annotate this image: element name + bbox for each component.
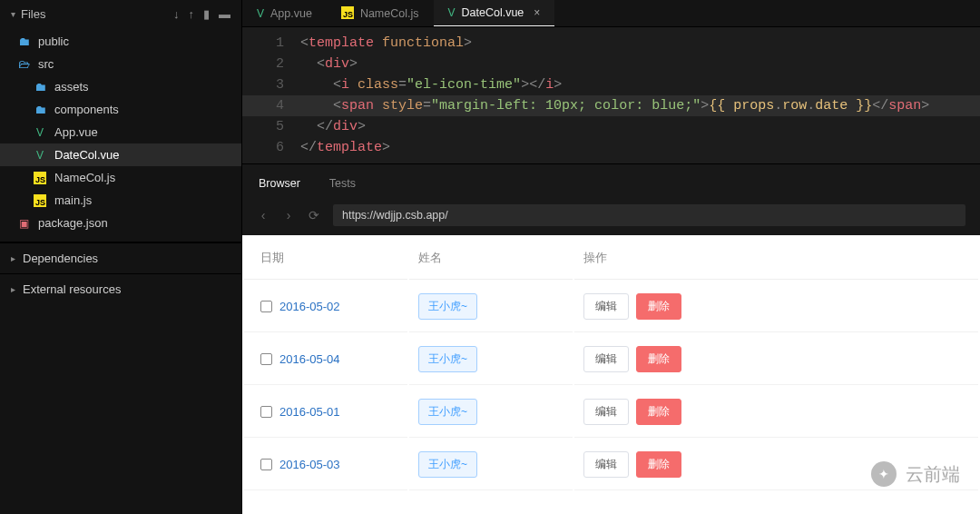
tree-item-DateCol-vue[interactable]: VDateCol.vue (0, 143, 241, 166)
tab-label: NameCol.js (360, 7, 419, 20)
tab-DateCol-vue[interactable]: VDateCol.vue× (434, 0, 555, 26)
download-icon[interactable]: ↓ (173, 7, 180, 21)
tree-item-label: components (54, 103, 119, 116)
files-title: Files (21, 7, 173, 21)
browser-bar: ‹ › ⟳ (242, 199, 980, 235)
tree-item-src[interactable]: 🗁src (0, 53, 241, 75)
chevron-right-icon: ▸ (11, 284, 15, 294)
section-dependencies[interactable]: ▸Dependencies (0, 242, 241, 273)
tree-item-App-vue[interactable]: VApp.vue (0, 121, 241, 143)
back-icon[interactable]: ‹ (257, 208, 270, 222)
tree-item-label: package.json (38, 216, 108, 230)
cell-ops: 编辑删除 (574, 387, 978, 438)
main: VApp.vueJSNameCol.jsVDateCol.vue× 1<temp… (242, 0, 980, 514)
code-line: 1<template functional> (242, 33, 980, 54)
name-tag[interactable]: 王小虎~ (418, 451, 477, 478)
time-icon (260, 459, 272, 470)
col-name: 姓名 (409, 237, 573, 280)
panel-tab-tests[interactable]: Tests (329, 177, 356, 190)
tree-item-public[interactable]: 🖿public (0, 30, 241, 53)
code-content: <template functional> (300, 33, 980, 54)
reload-icon[interactable]: ⟳ (308, 208, 320, 222)
panel-tab-browser[interactable]: Browser (259, 177, 300, 190)
tree-item-main-js[interactable]: JSmain.js (0, 189, 241, 212)
cell-name: 王小虎~ (409, 440, 573, 490)
line-number: 2 (242, 54, 300, 74)
code-line: 5 </div> (242, 116, 980, 137)
tree-item-label: main.js (54, 193, 92, 207)
edit-button[interactable]: 编辑 (583, 399, 629, 425)
file-tree: 🖿public🗁src🖿assets🖿componentsVApp.vueVDa… (0, 28, 241, 236)
vue-icon: V (448, 6, 456, 19)
wechat-icon: ✦ (871, 461, 897, 487)
date-text: 2016-05-01 (279, 405, 340, 419)
time-icon (260, 353, 272, 365)
json-icon: ▣ (16, 217, 31, 230)
cell-name: 王小虎~ (409, 387, 573, 438)
section-external-resources[interactable]: ▸External resources (0, 273, 241, 304)
chevron-right-icon: ▸ (11, 253, 15, 263)
tree-item-assets[interactable]: 🖿assets (0, 75, 241, 98)
name-tag[interactable]: 王小虎~ (418, 293, 477, 320)
tree-item-label: NameCol.js (54, 171, 115, 184)
new-folder-icon[interactable]: ▬ (219, 7, 230, 21)
line-number: 3 (242, 74, 300, 95)
tab-label: App.vue (270, 7, 312, 20)
cell-date: 2016-05-04 (244, 334, 407, 385)
section-label: Dependencies (23, 252, 98, 265)
tree-item-label: src (38, 57, 54, 71)
section-label: External resources (23, 282, 121, 296)
sidebar: ▾ Files ↓ ↑ ▮ ▬ 🖿public🗁src🖿assets🖿compo… (0, 0, 242, 514)
code-content: </template> (300, 137, 980, 158)
panel-tabs: Browser Tests (242, 163, 980, 199)
forward-icon[interactable]: › (282, 208, 295, 222)
tree-item-label: DateCol.vue (54, 148, 120, 162)
new-file-icon[interactable]: ▮ (203, 7, 210, 21)
date-text: 2016-05-04 (279, 352, 340, 366)
upload-icon[interactable]: ↑ (189, 7, 195, 21)
edit-button[interactable]: 编辑 (583, 451, 629, 478)
col-date: 日期 (244, 237, 407, 280)
code-content: <i class="el-icon-time"></i> (300, 74, 980, 95)
folder-open-icon: 🗁 (16, 57, 31, 71)
js-icon: JS (341, 6, 354, 20)
table-row: 2016-05-01王小虎~编辑删除 (244, 387, 978, 438)
code-editor[interactable]: 1<template functional>2 <div>3 <i class=… (242, 27, 980, 163)
tab-App-vue[interactable]: VApp.vue (242, 0, 327, 26)
tree-item-label: App.vue (54, 125, 98, 139)
line-number: 4 (242, 95, 300, 116)
code-line: 4 <span style="margin-left: 10px; color:… (242, 95, 980, 116)
vue-icon: V (33, 126, 47, 139)
date-text: 2016-05-03 (279, 458, 340, 471)
delete-button[interactable]: 删除 (636, 399, 681, 425)
code-line: 6</template> (242, 137, 980, 158)
watermark: ✦ 云前端 (871, 461, 960, 487)
tree-item-NameCol-js[interactable]: JSNameCol.js (0, 166, 241, 189)
time-icon (260, 301, 272, 312)
edit-button[interactable]: 编辑 (583, 346, 629, 372)
delete-button[interactable]: 删除 (636, 346, 681, 372)
name-tag[interactable]: 王小虎~ (418, 399, 477, 425)
tab-NameCol-js[interactable]: JSNameCol.js (327, 0, 434, 26)
folder-icon: 🖿 (33, 80, 47, 94)
delete-button[interactable]: 删除 (636, 451, 681, 478)
tree-item-package-json[interactable]: ▣package.json (0, 212, 241, 234)
folder-icon: 🖿 (16, 35, 31, 48)
tab-label: DateCol.vue (462, 6, 524, 19)
line-number: 6 (242, 137, 300, 158)
code-content: <div> (300, 54, 980, 74)
close-icon[interactable]: × (534, 6, 540, 19)
chevron-down-icon: ▾ (11, 9, 15, 19)
cell-date: 2016-05-02 (244, 282, 407, 332)
tree-item-label: public (38, 35, 69, 48)
cell-date: 2016-05-01 (244, 387, 407, 438)
url-input[interactable] (333, 204, 965, 226)
tree-item-components[interactable]: 🖿components (0, 98, 241, 121)
code-content: </div> (300, 116, 980, 137)
files-toolbar: ↓ ↑ ▮ ▬ (173, 7, 230, 21)
tree-item-label: assets (54, 80, 89, 94)
preview-table: 日期 姓名 操作 2016-05-02王小虎~编辑删除2016-05-04王小虎… (242, 235, 980, 492)
edit-button[interactable]: 编辑 (583, 293, 629, 320)
delete-button[interactable]: 删除 (636, 293, 681, 320)
name-tag[interactable]: 王小虎~ (418, 346, 477, 372)
